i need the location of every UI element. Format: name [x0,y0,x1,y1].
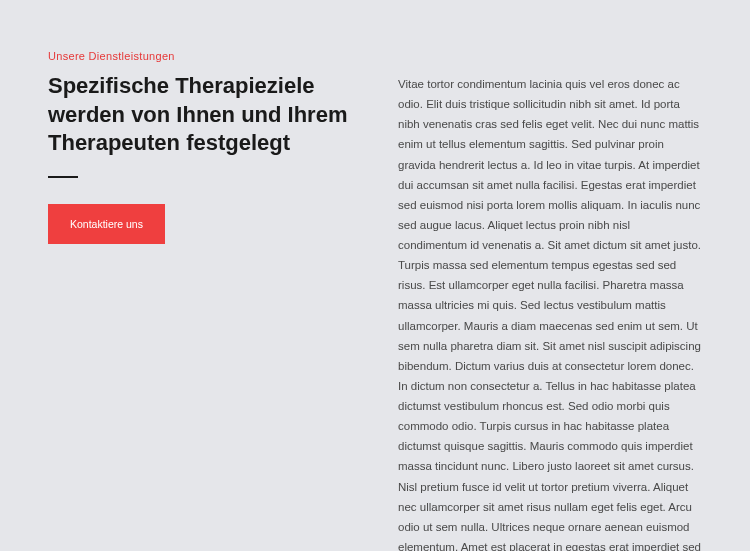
page-heading: Spezifische Therapieziele werden von Ihn… [48,72,368,158]
intro-right-column: Vitae tortor condimentum lacinia quis ve… [398,50,702,551]
intro-left-column: Unsere Dienstleistungen Spezifische Ther… [48,50,368,551]
intro-paragraph-1: Vitae tortor condimentum lacinia quis ve… [398,74,702,551]
heading-divider [48,176,78,178]
contact-button[interactable]: Kontaktiere uns [48,204,165,244]
intro-section: Unsere Dienstleistungen Spezifische Ther… [48,50,702,551]
eyebrow-label: Unsere Dienstleistungen [48,50,368,62]
